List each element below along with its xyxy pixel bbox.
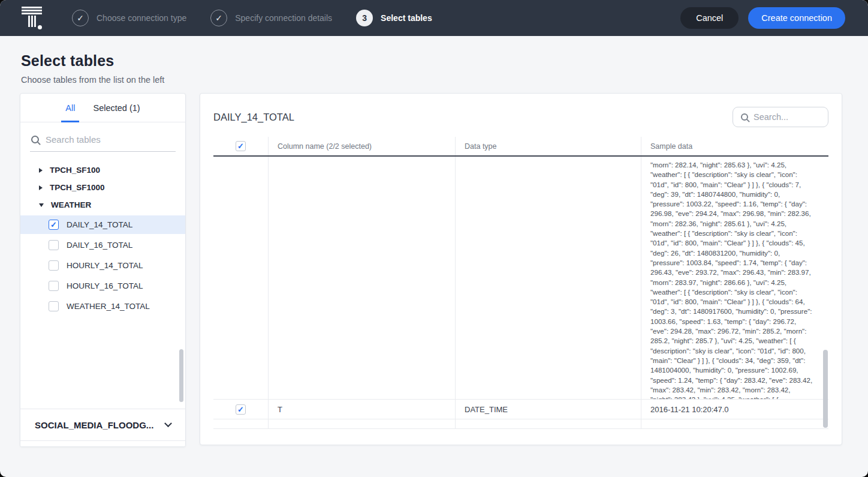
data-type-cell: DATE_TIME	[465, 405, 508, 414]
step-number: 3	[356, 10, 373, 26]
table-scrollbar-thumb[interactable]	[823, 350, 828, 428]
table-item-weather-14-total[interactable]: WEATHER_14_TOTAL	[20, 297, 185, 316]
caret-right-icon	[39, 185, 43, 190]
columns-table: Column name (2/2 selected) Data type Sam…	[213, 137, 828, 429]
topbar: ✓ Choose connection type ✓ Specify conne…	[0, 0, 868, 36]
table-item-daily-16-total[interactable]: DAILY_16_TOTAL	[20, 236, 185, 254]
section-label: SOCIAL_MEDIA_FLOODG...	[35, 420, 153, 430]
page-title: Select tables	[21, 52, 868, 70]
create-connection-button[interactable]: Create connection	[748, 7, 845, 29]
step-label: Select tables	[381, 13, 432, 23]
step-select-tables: 3 Select tables	[356, 10, 432, 26]
checkbox-unchecked[interactable]	[49, 260, 59, 271]
checkbox-unchecked[interactable]	[49, 240, 59, 250]
tree-node-label: WEATHER	[51, 200, 91, 209]
caret-right-icon	[39, 168, 43, 173]
table-item-label: HOURLY_16_TOTAL	[67, 281, 143, 290]
chevron-down-icon	[164, 419, 172, 427]
sample-data-cell: "morn": 282.14, "night": 285.63 }, "uvi"…	[650, 157, 821, 399]
checkbox-unchecked[interactable]	[49, 301, 59, 311]
table-item-label: WEATHER_14_TOTAL	[67, 302, 150, 311]
step-choose-connection-type: ✓ Choose connection type	[72, 10, 186, 26]
select-all-checkbox[interactable]	[236, 141, 246, 151]
step-specify-connection-details: ✓ Specify connection details	[210, 10, 332, 26]
section-social-media-floodgates[interactable]: SOCIAL_MEDIA_FLOODG...	[20, 409, 185, 440]
table-item-hourly-14-total[interactable]: HOURLY_14_TOTAL	[20, 256, 185, 275]
selected-table-title: DAILY_14_TOTAL	[213, 112, 294, 123]
app-window: ✓ Choose connection type ✓ Specify conne…	[0, 0, 868, 477]
columns-search-placeholder: Search...	[754, 112, 788, 122]
tree-node-label: TPCH_SF100	[50, 166, 100, 175]
checkbox-checked[interactable]	[49, 220, 59, 230]
checkbox-unchecked[interactable]	[49, 281, 59, 291]
table-item-label: DAILY_14_TOTAL	[67, 220, 132, 229]
column-name-cell: T	[278, 405, 282, 414]
tree-node-label: TPCH_SF1000	[50, 183, 105, 192]
step-check-icon: ✓	[210, 10, 227, 26]
table-row: "morn": 282.14, "night": 285.63 }, "uvi"…	[213, 157, 828, 400]
step-label: Specify connection details	[235, 13, 332, 23]
page-head: Select tables Choose tables from the lis…	[0, 36, 868, 85]
table-item-daily-14-total[interactable]: DAILY_14_TOTAL	[20, 215, 185, 234]
table-row	[213, 419, 828, 429]
tab-all[interactable]: All	[65, 94, 75, 122]
data-type-header: Data type	[465, 142, 497, 151]
columns-search-input[interactable]: Search...	[733, 107, 828, 127]
caret-down-icon	[39, 203, 44, 207]
thoughtspot-logo-icon	[20, 7, 43, 29]
search-tables-input[interactable]: Search tables	[30, 133, 176, 152]
search-icon	[741, 113, 748, 121]
sidebar-tabs: All Selected (1)	[20, 94, 185, 122]
step-check-icon: ✓	[72, 10, 89, 26]
page-subtitle: Choose tables from the list on the left	[21, 75, 868, 85]
schema-tree: TPCH_SF100 TPCH_SF1000 WEATHER DAILY_14_…	[20, 154, 185, 321]
column-name-header: Column name (2/2 selected)	[278, 142, 372, 151]
topbar-actions: Cancel Create connection	[680, 7, 845, 29]
sample-data-cell: 2016-11-21 10:20:47.0	[650, 405, 729, 414]
table-detail-header: DAILY_14_TOTAL Search...	[200, 94, 842, 137]
sample-data-header: Sample data	[650, 142, 692, 151]
table-item-hourly-16-total[interactable]: HOURLY_16_TOTAL	[20, 277, 185, 295]
table-detail-panel: DAILY_14_TOTAL Search... Column name (2/…	[200, 93, 842, 445]
tree-node-tpch-sf1000[interactable]: TPCH_SF1000	[20, 179, 185, 196]
schema-sections: SOCIAL_MEDIA_FLOODG... SPOTFLIX SUPPLYCH…	[20, 409, 185, 447]
step-label: Choose connection type	[97, 13, 186, 23]
table-item-label: DAILY_16_TOTAL	[67, 241, 132, 250]
sidebar-scrollbar-thumb[interactable]	[179, 349, 183, 402]
table-item-label: HOURLY_14_TOTAL	[67, 261, 143, 270]
cancel-button[interactable]: Cancel	[680, 7, 739, 29]
tree-node-weather[interactable]: WEATHER	[20, 196, 185, 214]
search-icon	[31, 136, 39, 143]
wizard-stepper: ✓ Choose connection type ✓ Specify conne…	[72, 10, 432, 26]
table-row: T DATE_TIME 2016-11-21 10:20:47.0	[213, 400, 828, 419]
row-checkbox-checked[interactable]	[236, 404, 246, 415]
search-tables-placeholder: Search tables	[46, 134, 101, 145]
tables-sidebar: All Selected (1) Search tables TPCH_SF10…	[20, 93, 186, 447]
section-spotflix[interactable]: SPOTFLIX	[20, 440, 185, 447]
columns-table-header: Column name (2/2 selected) Data type Sam…	[213, 137, 828, 157]
tab-selected[interactable]: Selected (1)	[93, 94, 140, 122]
tree-node-tpch-sf100[interactable]: TPCH_SF100	[20, 161, 185, 179]
